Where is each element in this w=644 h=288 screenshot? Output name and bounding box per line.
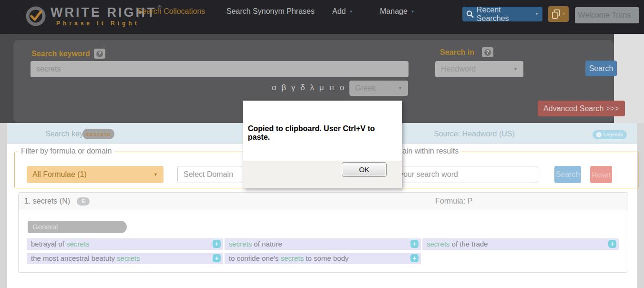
- nav-search-synonym-phrases[interactable]: Search Synonym Phrases: [226, 7, 315, 16]
- copy-pages-icon: [552, 9, 561, 20]
- count-badge: 5: [77, 197, 90, 206]
- collocation-text: of the trade: [450, 240, 488, 248]
- collocation-text: the most ancestral beatuty: [31, 254, 117, 262]
- chevron-down-icon: ▼: [411, 10, 415, 14]
- app-window: WRITE RIGHT ® Phrase It Right Search Col…: [0, 0, 644, 288]
- keyboard-language-select[interactable]: Greek ▼: [349, 81, 408, 96]
- nav-manage-label: Manage: [380, 7, 408, 15]
- search-icon: [466, 10, 474, 18]
- search-button[interactable]: Search: [585, 61, 617, 76]
- search-in-label: Search in: [440, 48, 474, 57]
- collocation-item[interactable]: the most ancestral beatuty secrets +: [27, 253, 223, 264]
- domain-tag: General: [28, 221, 127, 233]
- collocation-text: betrayal of: [31, 240, 66, 248]
- search-in-select[interactable]: Headword ▼: [435, 61, 523, 77]
- chevron-down-icon: ▼: [398, 86, 402, 91]
- collocation-keyword: secrets: [281, 254, 304, 262]
- user-menu-button[interactable]: Welcome Trans ▼: [575, 7, 639, 23]
- collocation-keyword: secrets: [66, 240, 89, 248]
- clipboard-copy-button[interactable]: ▼: [548, 6, 569, 22]
- advanced-search-button[interactable]: Advanced Search >>>: [538, 101, 625, 116]
- ok-button[interactable]: OK: [342, 162, 387, 177]
- collocation-item[interactable]: secrets of the trade +: [422, 238, 619, 250]
- collocation-column: secrets of nature + to confide one's sec…: [225, 238, 421, 264]
- chevron-down-icon: ▼: [535, 12, 539, 16]
- collocation-item[interactable]: to confide one's secrets to some body +: [225, 253, 421, 264]
- dialog-message: Copied to clipboard. User Ctrl+V to past…: [243, 101, 402, 142]
- collocation-text: to confide one's: [229, 254, 281, 262]
- keyword-badge: secrets: [82, 129, 114, 139]
- source-label: Source: Headword (US): [434, 130, 515, 138]
- results-header[interactable]: 1. secrets (N) 5 Formula: P: [19, 193, 628, 210]
- chevron-down-icon: ▼: [562, 12, 566, 16]
- domain-select-value: Select Domain: [184, 170, 233, 179]
- greek-letters-helper[interactable]: α β γ δ λ μ π σ ω: [272, 83, 358, 93]
- brand-tagline: Phrase It Right: [51, 20, 162, 27]
- results-box: 1. secrets (N) 5 Formula: P General betr…: [18, 192, 628, 273]
- plus-icon[interactable]: +: [410, 240, 419, 248]
- filter-left-legend: Filter by formula or domain: [19, 147, 114, 155]
- collocation-text: of nature: [252, 240, 282, 248]
- chevron-down-icon: ▼: [349, 10, 353, 14]
- refine-reset-button[interactable]: Reset: [590, 166, 612, 183]
- nav-manage-menu[interactable]: Manage▼: [380, 7, 415, 16]
- help-icon[interactable]: ?: [482, 47, 493, 57]
- keyword-input[interactable]: [31, 61, 409, 77]
- plus-icon[interactable]: +: [608, 240, 616, 248]
- result-heading: 1. secrets (N): [24, 197, 70, 206]
- help-icon[interactable]: ?: [94, 49, 105, 59]
- nav-add-menu[interactable]: Add▼: [332, 7, 353, 16]
- nav-add-label: Add: [332, 7, 346, 15]
- search-within-results-fieldset: Search again within results Search Reset: [361, 152, 639, 188]
- collocation-keyword: secrets: [117, 254, 140, 262]
- plus-icon[interactable]: +: [410, 254, 419, 262]
- recent-searches-button[interactable]: Recent Searches ▼: [462, 7, 542, 21]
- info-icon: !: [596, 132, 602, 137]
- welcome-user-label: Welcome Trans: [578, 11, 631, 20]
- collocation-grid: betrayal of secrets + the most ancestral…: [27, 238, 619, 264]
- writeright-logo-icon: [25, 5, 47, 27]
- clipboard-alert-dialog: Copied to clipboard. User Ctrl+V to past…: [243, 101, 402, 188]
- dialog-footer: OK: [243, 161, 402, 188]
- refine-search-button[interactable]: Search: [554, 166, 581, 183]
- collocation-keyword: secrets: [229, 240, 252, 248]
- chevron-down-icon: ▼: [632, 13, 636, 18]
- plus-icon[interactable]: +: [213, 254, 221, 262]
- legends-label: Legends: [603, 132, 623, 137]
- collocation-item[interactable]: secrets of nature +: [225, 238, 421, 250]
- collocation-item[interactable]: betrayal of secrets +: [27, 238, 223, 250]
- formula-select-value: All Formulae (1): [32, 170, 87, 179]
- recent-searches-label: Recent Searches: [477, 6, 531, 23]
- keyboard-language-value: Greek: [355, 84, 376, 93]
- legends-button[interactable]: ! Legends: [593, 130, 627, 139]
- search-keyword-label: Search keyword: [31, 50, 90, 58]
- chevron-down-icon: ▼: [153, 172, 158, 177]
- question-mark-icon: ?: [96, 51, 103, 57]
- collocation-text: to some body: [304, 254, 348, 262]
- formula-select[interactable]: All Formulae (1) ▼: [27, 166, 164, 183]
- collocation-column: betrayal of secrets + the most ancestral…: [27, 238, 223, 264]
- collocation-column: secrets of the trade +: [422, 238, 619, 264]
- formula-label: Formula: P: [435, 197, 472, 206]
- collocation-keyword: secrets: [427, 240, 450, 248]
- nav-search-collocations[interactable]: Search Collocations: [137, 7, 205, 16]
- top-navbar: WRITE RIGHT ® Phrase It Right Search Col…: [0, 0, 644, 34]
- search-in-value: Headword: [441, 65, 476, 73]
- question-mark-icon: ?: [484, 49, 491, 56]
- plus-icon[interactable]: +: [213, 240, 221, 248]
- chevron-down-icon: ▼: [513, 67, 518, 72]
